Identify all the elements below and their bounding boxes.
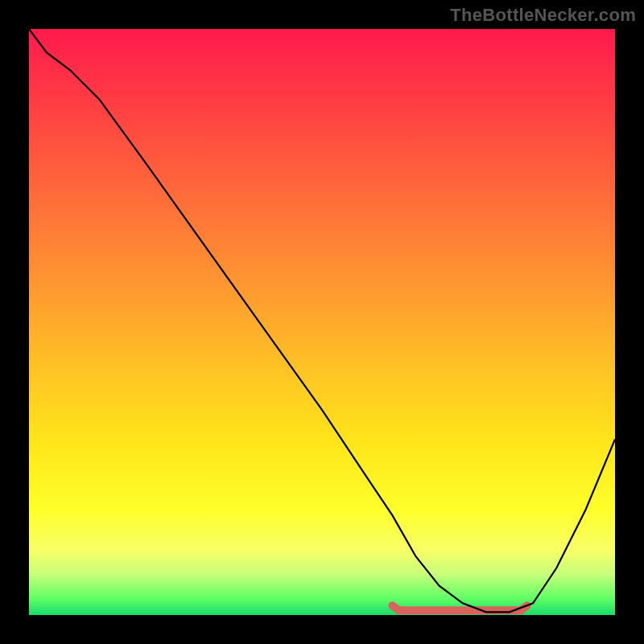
plot-area xyxy=(29,29,615,615)
watermark-text: TheBottleNecker.com xyxy=(450,5,636,26)
curve-line xyxy=(29,29,615,612)
chart-container: TheBottleNecker.com xyxy=(0,0,644,644)
highlight-band xyxy=(392,605,526,610)
chart-svg xyxy=(29,29,615,615)
